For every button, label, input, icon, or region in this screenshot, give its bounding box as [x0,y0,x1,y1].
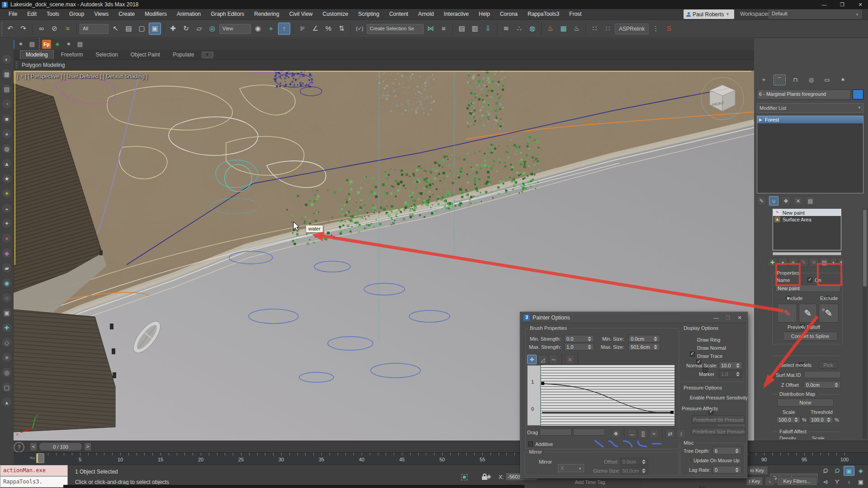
edit-named-selections-icon[interactable]: {✓} [354,23,366,35]
falloff-curve-editor[interactable] [541,365,675,426]
window-crossing-icon[interactable]: ▣ [149,23,161,35]
display-tab-icon[interactable]: ▭ [821,75,833,85]
add-tree-area-icon[interactable]: ♣ [788,258,798,267]
menu-graph-editors[interactable]: Graph Editors [206,9,249,19]
reference-coordinate-dropdown[interactable]: View▼ [219,24,251,34]
list-item-surface-area[interactable]: ▲ Surface Area [773,216,841,223]
distribution-map-none-button[interactable]: None [777,399,834,407]
dist-scale-spinner[interactable] [793,418,798,422]
select-and-move-icon[interactable]: ✚ [167,23,179,35]
drag-field-2[interactable] [573,428,605,436]
on-checkbox[interactable] [807,277,812,282]
selection-region-icon[interactable]: ▢ [136,23,148,35]
menu-tools[interactable]: Tools [42,9,64,19]
configure-modifier-sets-icon[interactable]: ▤ [806,196,815,206]
ribbon-minimize-dropdown[interactable]: ▼ [202,52,213,58]
mirror-axis-dropdown[interactable]: X▼ [558,464,584,472]
marker-spinner[interactable] [735,372,740,376]
fit-vertical-icon[interactable]: ↕ [676,429,686,438]
maximize-window-icon[interactable]: ❒ [835,0,850,9]
frame-curve-icon[interactable]: [] [638,429,648,438]
forest-tree-icon[interactable]: ♣ [52,39,62,49]
left-toolbar-icon-3[interactable]: ▤ [1,84,12,94]
align-icon[interactable]: ≡ [438,23,450,35]
previous-frame-button[interactable]: < [30,442,37,451]
gizmo-size-spinner[interactable] [641,469,646,473]
asprelink-button[interactable]: ASPRelink [615,23,649,34]
ribbon-tab-modeling[interactable]: Modeling [20,50,54,59]
remove-modifier-icon[interactable]: ✕ [793,196,803,206]
menu-frost[interactable]: Frost [564,9,586,19]
left-toolbar-icon-17[interactable]: ○ [1,292,12,303]
select-and-link-icon[interactable]: ∞ [35,23,47,35]
left-toolbar-icon-1[interactable]: ◐ [1,54,12,65]
expand-arrow-icon[interactable]: ▶ [759,117,762,122]
minimize-window-icon[interactable]: — [816,0,832,9]
mirror-offset-spinner[interactable] [641,460,646,464]
list-item-new-paint[interactable]: ✎ New paint [773,209,841,216]
use-pivot-center-icon[interactable]: ◉ [252,23,264,35]
move-area-up-icon[interactable]: ▲ [830,258,837,267]
left-toolbar-icon-7[interactable]: ◍ [1,143,12,154]
insert-corner-point-icon[interactable]: ∼ [549,355,558,364]
next-frame-button[interactable]: > [84,442,91,451]
walk-through-icon[interactable]: ϒ [832,477,843,487]
left-toolbar-icon-13[interactable]: ● [1,233,12,244]
left-toolbar-icon-18[interactable]: ▣ [1,307,12,318]
railclone-list-icon[interactable]: ▤ [27,39,37,49]
field-of-view-icon[interactable]: ⊲ [820,477,831,487]
menu-create[interactable]: Create [113,9,140,19]
additive-checkbox[interactable] [528,441,533,446]
pan-curve-icon[interactable]: ❖ [611,429,621,438]
list-horizontal-scrollbar[interactable] [773,252,841,255]
object-name-field[interactable]: 6 - Marginal Plants foreground [757,89,851,99]
time-slider-handle[interactable] [36,453,44,463]
snaps-toggle-icon[interactable]: 3² [296,23,308,35]
layer-explorer-icon[interactable]: ▤ [456,23,468,35]
predefined-str-pressure-button[interactable]: Predefined Str Pressure [692,415,745,423]
left-toolbar-icon-4[interactable]: ◔ [1,99,12,109]
left-toolbar-icon-20[interactable]: ◇ [1,337,12,348]
delete-area-icon[interactable]: ✕ [809,258,819,267]
sini-logo-icon[interactable]: S [663,23,675,35]
forestpack-icon[interactable]: Fp [42,40,51,49]
toolbar-grip[interactable] [1,22,3,36]
menu-views[interactable]: Views [89,9,113,19]
min-size-field[interactable]: 0.0cm [628,335,660,343]
select-and-place-icon[interactable]: ◎ [206,23,218,35]
move-control-point-icon[interactable]: ✚ [527,355,537,364]
modifier-list-dropdown[interactable]: Modifier List▼ [757,103,863,113]
current-frame-field[interactable]: 0 / 100 [39,442,82,451]
area-list-icon[interactable]: ▤ [820,258,829,267]
absolute-mode-icon[interactable]: ◈ [486,473,491,480]
unlink-selection-icon[interactable]: ⊘ [48,23,61,35]
motion-tab-icon[interactable]: ◎ [805,75,817,85]
hierarchy-tab-icon[interactable]: ⊓ [789,75,802,85]
modifier-stack-item-forest[interactable]: ▶ Forest [757,116,863,123]
predefined-size-pressure-button[interactable]: Predefined Size Pressure [692,427,745,435]
menu-help[interactable]: Help [474,9,495,19]
undo-icon[interactable]: ↶ [4,23,16,35]
zoom-extents-selected-icon[interactable]: ▣ [844,466,854,476]
ribbon-tab-selection[interactable]: Selection [90,51,123,59]
rendered-frame-icon[interactable]: ▦ [557,23,570,35]
left-toolbar-icon-9[interactable]: ★ [1,173,12,184]
paint-name-field[interactable]: New paint [775,285,840,292]
key-filters-button[interactable]: Key Filters... [777,477,817,486]
dist-scale-field[interactable]: 100.0 [776,416,801,423]
preset-slow-falloff-icon[interactable] [622,439,634,448]
left-toolbar-icon-22[interactable]: ◎ [1,367,12,378]
max-strength-field[interactable]: 1.0 [564,343,594,351]
menu-modifiers[interactable]: Modifiers [140,9,172,19]
redo-icon[interactable]: ↷ [17,23,29,35]
user-account-menu[interactable]: Paul Roberts ▼ [684,9,734,19]
dist-threshold-field[interactable]: 100.0 [809,416,833,423]
paint-settings-button[interactable]: ≡✎ [819,304,839,323]
panel-scrollbar[interactable] [863,209,867,439]
dialog-close-icon[interactable]: ✕ [735,315,744,321]
trackbar-mini-curve-icon[interactable]: ≈≡ [30,455,35,461]
bind-to-spacewarp-icon[interactable]: ≈ [61,23,74,35]
erase-brush-button[interactable]: ✎ [799,304,817,323]
forest-list-icon[interactable]: ▤ [75,39,85,49]
left-toolbar-icon-14[interactable]: ◆ [1,248,12,258]
